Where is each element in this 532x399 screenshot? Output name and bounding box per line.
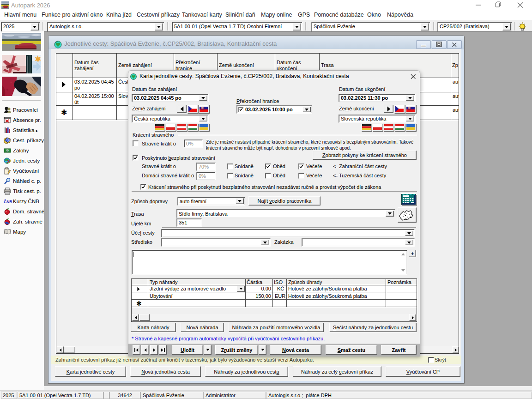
svg-text:2: 2	[7, 159, 9, 164]
svg-text:10: 10	[6, 150, 9, 152]
